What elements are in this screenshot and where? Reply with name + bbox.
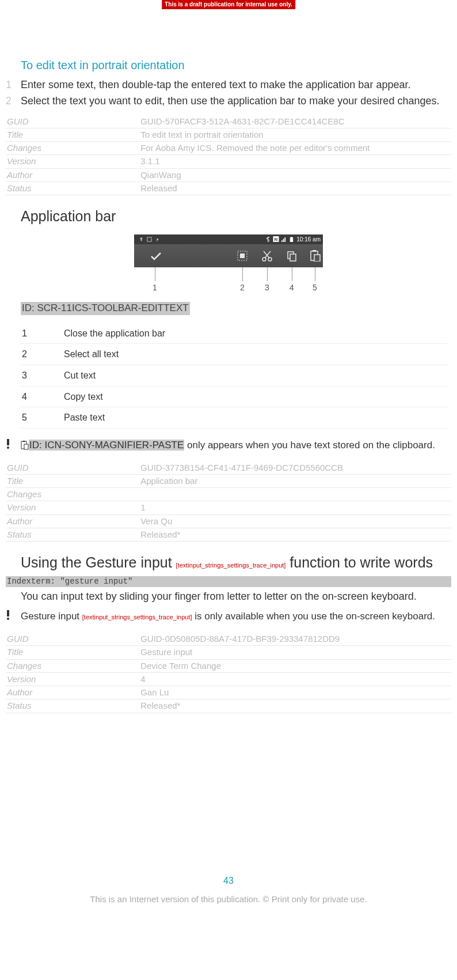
legend-text: Copy text [61, 386, 448, 407]
meta-val: Application bar [139, 474, 451, 487]
page-content: To edit text in portrait orientation 1En… [0, 0, 457, 917]
screen-icon [147, 237, 152, 242]
copy-icon [286, 250, 298, 262]
meta-key: Status [6, 699, 139, 713]
meta-key: Author [6, 168, 139, 181]
section1-title: To edit text in portrait orientation [21, 58, 451, 73]
note-row: Gesture input [textinput_strings_setting… [6, 610, 451, 625]
battery-icon [289, 237, 294, 242]
svg-rect-5 [291, 237, 292, 237]
meta-key: Version [6, 155, 139, 168]
meta-key: GUID [6, 115, 139, 128]
note-mark [6, 610, 21, 625]
meta-val: Vera Qu [139, 514, 451, 528]
meta-key: GUID [6, 461, 139, 475]
select-all-slot [232, 244, 253, 267]
meta-key: Changes [6, 488, 139, 501]
svg-point-21 [7, 618, 9, 620]
app-bar-screenshot: N 10:16 am 1 2 [134, 234, 323, 294]
meta-val: 1 [139, 501, 451, 514]
meta-val: GUID-570FACF3-512A-4631-82C7-DE1CC414CE8… [139, 115, 451, 128]
draft-banner: This is a draft publication for internal… [162, 0, 295, 9]
callout-line [292, 267, 292, 281]
signal-icon [281, 237, 287, 242]
cut-icon [261, 250, 273, 262]
paste-slot [304, 244, 325, 267]
callout-num: 1 [153, 282, 157, 293]
note-part-b: is only available when you use the on-sc… [192, 611, 435, 622]
note-body: Gesture input [textinput_strings_setting… [21, 610, 451, 623]
svg-rect-18 [23, 441, 25, 442]
svg-rect-4 [290, 237, 293, 242]
callout-line [267, 267, 268, 281]
screenshot-id: ID: SCR-11ICS-TOOLBAR-EDITTEXT [21, 302, 190, 315]
app-toolbar [134, 244, 323, 267]
meta-val: Released* [139, 528, 451, 541]
meta-val: GUID-0D50805D-88A7-417D-BF39-293347812DD… [139, 633, 451, 646]
footer-text: This is an Internet version of this publ… [6, 894, 451, 905]
callout-line [315, 267, 315, 281]
note-body: ID: ICN-SONY-MAGNIFIER-PASTE only appear… [21, 439, 451, 452]
meta-key: GUID [6, 633, 139, 646]
info-icon [155, 237, 160, 242]
svg-point-8 [262, 258, 266, 261]
legend-text: Cut text [61, 365, 448, 386]
meta-val [139, 488, 451, 501]
upload-icon [139, 237, 144, 242]
callout-bar: 1 2 3 4 5 [134, 267, 323, 294]
meta-val: Released [139, 181, 451, 195]
section2-title: Application bar [21, 207, 451, 226]
callout-num: 2 [240, 282, 245, 293]
step-item: 2Select the text you want to edit, then … [6, 94, 451, 108]
section3-body: You can input text by sliding your finge… [21, 589, 451, 603]
section3-title: Using the Gesture input [textinput_strin… [21, 553, 451, 573]
meta-val: 3.1.1 [139, 155, 451, 168]
step-text: Select the text you want to edit, then u… [21, 94, 451, 108]
meta-key: Title [6, 474, 139, 487]
meta-key: Changes [6, 142, 139, 155]
legend-text: Select all text [61, 344, 448, 365]
svg-rect-14 [314, 255, 320, 262]
paste-inline-icon [21, 441, 29, 450]
svg-rect-7 [240, 253, 245, 258]
meta-val: Released* [139, 699, 451, 713]
title-ref: [textinput_strings_settings_trace_input] [176, 562, 286, 569]
svg-rect-0 [147, 237, 151, 241]
svg-text:N: N [275, 237, 278, 242]
section1-steps: 1Enter some text, then double-tap the en… [6, 78, 451, 108]
status-time: 10:16 am [296, 236, 321, 244]
title-part-a: Using the Gesture input [21, 554, 176, 570]
legend-text: Close the application bar [61, 323, 448, 344]
svg-rect-19 [24, 444, 28, 449]
meta-key: Title [6, 128, 139, 141]
legend-table: 1Close the application bar 2Select all t… [21, 323, 448, 429]
callout-num: 4 [290, 282, 294, 293]
meta-val: GUID-3773B154-CF41-471F-9469-DC7CD5560CC… [139, 461, 451, 475]
copy-slot [281, 244, 302, 267]
step-text: Enter some text, then double-tap the ent… [21, 78, 451, 92]
select-all-icon [237, 250, 248, 262]
meta-key: Author [6, 686, 139, 699]
meta-key: Changes [6, 659, 139, 672]
svg-point-9 [268, 258, 272, 261]
important-icon [6, 439, 10, 449]
status-left-group [139, 237, 160, 242]
meta-val: Gan Lu [139, 686, 451, 699]
callout-line [155, 267, 155, 281]
note-ref: [textinput_strings_settings_trace_input] [82, 614, 192, 620]
section1-meta-table: GUIDGUID-570FACF3-512A-4631-82C7-DE1CC41… [6, 115, 451, 196]
step-number: 2 [6, 94, 21, 108]
svg-rect-13 [313, 250, 316, 252]
legend-num: 4 [21, 386, 61, 407]
bluetooth-icon [265, 237, 271, 242]
step-item: 1Enter some text, then double-tap the en… [6, 78, 451, 92]
section3-meta-table: GUIDGUID-0D50805D-88A7-417D-BF39-2933478… [6, 633, 451, 713]
section2-meta-table: GUIDGUID-3773B154-CF41-471F-9469-DC7CD55… [6, 461, 451, 542]
meta-val: For Aoba Amy ICS. Removed the note per e… [139, 142, 451, 155]
meta-val: QianWang [139, 168, 451, 181]
callout-num: 3 [265, 282, 269, 293]
cut-slot [257, 244, 277, 267]
note-icon-id: ID: ICN-SONY-MAGNIFIER-PASTE [29, 440, 184, 451]
legend-num: 3 [21, 365, 61, 386]
close-slot [146, 244, 166, 267]
